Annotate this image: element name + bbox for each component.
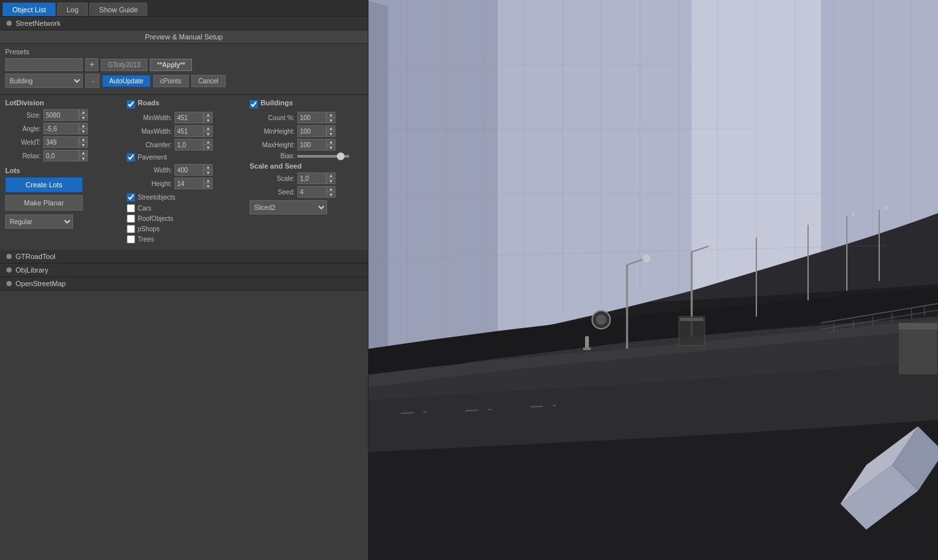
max-height-down[interactable]: ▼ bbox=[326, 145, 336, 150]
pave-width-up[interactable]: ▲ bbox=[204, 164, 213, 170]
cpoints-button[interactable]: cPoints bbox=[153, 75, 189, 87]
angle-input-group: ▲ ▼ bbox=[43, 123, 88, 134]
roads-label: Roads bbox=[138, 99, 160, 107]
max-width-up[interactable]: ▲ bbox=[204, 125, 213, 131]
min-height-down[interactable]: ▼ bbox=[326, 131, 336, 137]
tab-object-list[interactable]: Object List bbox=[3, 3, 56, 16]
size-input[interactable] bbox=[43, 109, 79, 121]
seed-down[interactable]: ▼ bbox=[326, 192, 336, 198]
scale-down[interactable]: ▼ bbox=[326, 178, 336, 184]
pshops-checkbox[interactable] bbox=[127, 225, 135, 233]
pave-height-down[interactable]: ▼ bbox=[204, 183, 213, 189]
roof-objects-row: RoofObjects bbox=[127, 214, 244, 223]
street-objects-section: Streetobjects Cars RoofObjects pShops bbox=[127, 193, 244, 244]
max-height-input[interactable] bbox=[297, 139, 326, 150]
cancel-button[interactable]: Cancel bbox=[191, 75, 226, 87]
min-width-down[interactable]: ▼ bbox=[204, 118, 213, 123]
size-input-group: ▲ ▼ bbox=[43, 109, 88, 121]
svg-point-27 bbox=[708, 242, 714, 249]
relax-down[interactable]: ▼ bbox=[79, 156, 88, 161]
obj-library-header[interactable]: ObjLibrary bbox=[0, 264, 368, 277]
size-up[interactable]: ▲ bbox=[79, 109, 88, 115]
max-height-label: MaxHeight: bbox=[250, 141, 295, 149]
roof-objects-checkbox[interactable] bbox=[127, 214, 135, 223]
min-width-up[interactable]: ▲ bbox=[204, 112, 213, 118]
preset-plus-button[interactable]: + bbox=[85, 58, 98, 71]
pavement-label: Pavement bbox=[138, 154, 167, 161]
count-down[interactable]: ▼ bbox=[326, 118, 336, 123]
size-label: Size: bbox=[5, 112, 41, 119]
auto-update-button[interactable]: AutoUpdate bbox=[102, 75, 151, 87]
min-height-label: MinHeight: bbox=[250, 128, 295, 135]
size-down[interactable]: ▼ bbox=[79, 115, 88, 121]
chamfer-up[interactable]: ▲ bbox=[204, 139, 213, 145]
roads-checkbox[interactable] bbox=[127, 100, 135, 109]
max-width-down[interactable]: ▼ bbox=[204, 131, 213, 137]
buildings-column: Buildings Count %: ▲ ▼ MinHeight: ▲ bbox=[250, 99, 363, 247]
bias-slider[interactable] bbox=[297, 155, 349, 158]
viewport[interactable]: Ci bbox=[368, 0, 938, 560]
weldt-up[interactable]: ▲ bbox=[79, 136, 88, 142]
chamfer-spinner: ▲ ▼ bbox=[204, 139, 213, 150]
seed-up[interactable]: ▲ bbox=[326, 186, 336, 192]
min-height-input[interactable] bbox=[297, 125, 326, 137]
pave-height-input[interactable] bbox=[175, 178, 204, 189]
gtcity-button[interactable]: GTcity2013 bbox=[101, 59, 147, 71]
create-lots-button[interactable]: Create Lots bbox=[5, 177, 83, 192]
lot-division-column: LotDivision Size: ▲ ▼ Angle: ▲ bbox=[5, 99, 122, 247]
apply-button[interactable]: **Apply** bbox=[150, 59, 192, 71]
open-street-map-label: OpenStreetMap bbox=[16, 280, 66, 287]
buildings-label: Buildings bbox=[261, 99, 293, 107]
cars-label: Cars bbox=[138, 205, 151, 212]
relax-up[interactable]: ▲ bbox=[79, 150, 88, 156]
tab-bar: Object List Log Show Guide bbox=[0, 0, 368, 17]
sliced-dropdown[interactable]: Sliced2 bbox=[250, 200, 327, 214]
max-width-label: MaxWidth: bbox=[127, 128, 172, 135]
trees-checkbox[interactable] bbox=[127, 235, 135, 244]
weldt-input[interactable] bbox=[43, 136, 79, 148]
street-objects-checkbox[interactable] bbox=[127, 193, 135, 202]
pave-width-input[interactable] bbox=[175, 164, 204, 176]
seed-input[interactable] bbox=[297, 186, 326, 198]
preset-minus-button[interactable]: - bbox=[85, 74, 100, 88]
seed-input-group: ▲ ▼ bbox=[297, 186, 336, 198]
cars-checkbox[interactable] bbox=[127, 204, 135, 213]
preset-dropdown[interactable]: Building bbox=[5, 74, 83, 88]
scale-up[interactable]: ▲ bbox=[326, 172, 336, 178]
angle-up[interactable]: ▲ bbox=[79, 123, 88, 129]
relax-input-group: ▲ ▼ bbox=[43, 150, 88, 161]
relax-input[interactable] bbox=[43, 150, 79, 161]
min-height-input-group: ▲ ▼ bbox=[297, 125, 336, 137]
street-objects-title-row: Streetobjects bbox=[127, 193, 244, 202]
chamfer-down[interactable]: ▼ bbox=[204, 145, 213, 150]
chamfer-input-group: ▲ ▼ bbox=[175, 139, 213, 150]
scale-spinner: ▲ ▼ bbox=[326, 172, 336, 184]
open-street-map-header[interactable]: OpenStreetMap bbox=[0, 277, 368, 291]
weldt-spinner: ▲ ▼ bbox=[79, 136, 88, 148]
make-planar-button[interactable]: Make Planar bbox=[5, 195, 83, 211]
gt-road-tool-header[interactable]: GTRoadTool bbox=[0, 250, 368, 264]
pave-height-up[interactable]: ▲ bbox=[204, 178, 213, 183]
angle-down[interactable]: ▼ bbox=[79, 129, 88, 134]
buildings-checkbox[interactable] bbox=[250, 100, 258, 109]
max-height-up[interactable]: ▲ bbox=[326, 139, 336, 145]
max-width-input[interactable] bbox=[175, 125, 204, 137]
pave-width-down[interactable]: ▼ bbox=[204, 170, 213, 176]
tab-log[interactable]: Log bbox=[57, 3, 88, 16]
min-height-up[interactable]: ▲ bbox=[326, 125, 336, 131]
weldt-down[interactable]: ▼ bbox=[79, 142, 88, 148]
preset-text-input[interactable] bbox=[5, 58, 83, 71]
scale-input[interactable] bbox=[297, 172, 326, 184]
count-input[interactable] bbox=[297, 112, 326, 123]
street-network-header[interactable]: StreetNetwork bbox=[0, 17, 368, 30]
count-up[interactable]: ▲ bbox=[326, 112, 336, 118]
count-row: Count %: ▲ ▼ bbox=[250, 112, 363, 123]
min-width-input[interactable] bbox=[175, 112, 204, 123]
chamfer-input[interactable] bbox=[175, 139, 204, 150]
min-width-input-group: ▲ ▼ bbox=[175, 112, 213, 123]
pavement-checkbox[interactable] bbox=[127, 153, 135, 161]
obj-library-dot bbox=[6, 267, 12, 273]
tab-show-guide[interactable]: Show Guide bbox=[89, 3, 147, 16]
angle-input[interactable] bbox=[43, 123, 79, 134]
regular-dropdown[interactable]: Regular bbox=[5, 214, 73, 229]
